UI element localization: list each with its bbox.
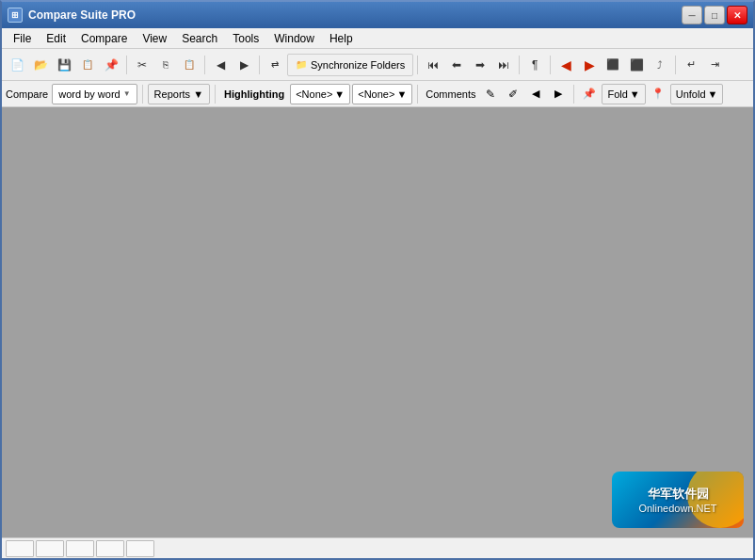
copy-button[interactable]: ⎘: [154, 54, 177, 76]
sep2: [204, 56, 205, 74]
window-title: Compare Suite PRO: [28, 8, 682, 22]
save-icon: 💾: [57, 58, 72, 72]
content-area: 华军软件园 Onlinedown.NET: [2, 107, 753, 537]
status-segment-1: [6, 540, 34, 557]
unfold-button[interactable]: Unfold ▼: [670, 84, 724, 104]
main-window: ⊞ Compare Suite PRO ─ □ ✕ File Edit Comp…: [0, 0, 755, 560]
sep6: [550, 56, 551, 74]
diff-export-icon: ⤴: [657, 59, 663, 71]
maximize-button[interactable]: □: [704, 6, 725, 24]
new-icon: 📄: [10, 58, 24, 72]
menu-edit[interactable]: Edit: [39, 30, 73, 47]
watermark-text1: 华军软件园: [648, 486, 709, 503]
merge-both-button[interactable]: ⬛: [602, 54, 624, 76]
sync-folders-label: Synchronize Folders: [311, 59, 405, 71]
sync-folders-button[interactable]: 📁 Synchronize Folders: [287, 54, 413, 76]
action1-button[interactable]: ↵: [680, 54, 702, 76]
menu-file[interactable]: File: [6, 30, 39, 47]
watermark-text2: Onlinedown.NET: [638, 503, 716, 514]
next-button[interactable]: ▶: [233, 54, 255, 76]
open-icon: 📂: [34, 58, 48, 72]
pilcrow-button[interactable]: ¶: [523, 54, 546, 76]
fold-label: Fold: [607, 88, 627, 100]
first-diff-button[interactable]: ⏮: [422, 54, 444, 76]
action2-button[interactable]: ⇥: [703, 54, 726, 76]
menu-compare[interactable]: Compare: [73, 30, 135, 47]
merge-left-button[interactable]: ◀: [554, 54, 577, 76]
sep5: [519, 56, 520, 74]
sep11: [573, 85, 574, 104]
sep9: [215, 85, 216, 104]
secondary-toolbar: Compare word by word ▼ Reports ▼ Highlig…: [2, 81, 753, 107]
comments-label: Comments: [426, 88, 475, 100]
status-segment-5: [126, 540, 154, 557]
last-diff-button[interactable]: ⏭: [492, 54, 515, 76]
fold-arrow: ▼: [630, 88, 640, 100]
prev-icon: ◀: [217, 58, 225, 72]
reports-arrow: ▼: [193, 88, 203, 100]
merge-left-icon: ◀: [561, 57, 571, 72]
open-button[interactable]: 📂: [29, 54, 52, 76]
status-segment-4: [96, 540, 124, 557]
compare-mode-dropdown[interactable]: word by word ▼: [52, 84, 137, 104]
action2-icon: ⇥: [711, 58, 719, 71]
close-button[interactable]: ✕: [727, 6, 747, 24]
next-diff-icon: ➡: [475, 58, 485, 72]
menu-tools[interactable]: Tools: [225, 30, 266, 47]
minimize-button[interactable]: ─: [682, 6, 702, 24]
reports-label: Reports: [154, 88, 191, 100]
unfold-arrow: ▼: [708, 88, 718, 100]
none1-value: <None>: [296, 88, 332, 100]
sep4: [417, 56, 418, 74]
main-toolbar: 📄 📂 💾 📋 📌 ✂ ⎘ 📋 ◀ ▶: [2, 49, 753, 81]
none1-dropdown[interactable]: <None> ▼: [290, 84, 350, 104]
comments-edit-button[interactable]: ✐: [503, 84, 523, 104]
title-buttons: ─ □ ✕: [682, 6, 747, 24]
sync-folders-icon-btn[interactable]: ⇄: [264, 54, 286, 76]
app-icon: ⊞: [8, 8, 23, 23]
diff-red-button[interactable]: ⬛: [625, 54, 648, 76]
saveas-button[interactable]: 📋: [76, 54, 99, 76]
fold-icon-button[interactable]: 📌: [579, 84, 600, 104]
last-diff-icon: ⏭: [498, 58, 509, 72]
sync-icon: ⇄: [271, 59, 279, 70]
none2-arrow: ▼: [396, 88, 407, 100]
next-diff-button[interactable]: ➡: [469, 54, 491, 76]
none1-arrow: ▼: [334, 88, 345, 100]
unfold-icon-button[interactable]: 📍: [648, 84, 668, 104]
prev-button[interactable]: ◀: [209, 54, 232, 76]
merge-right-icon: ▶: [585, 57, 595, 72]
comments-nav2-button[interactable]: ▶: [548, 84, 569, 104]
fold-button[interactable]: Fold ▼: [602, 84, 645, 104]
comments-add-icon: ✎: [486, 88, 495, 101]
title-bar: ⊞ Compare Suite PRO ─ □ ✕: [2, 2, 753, 28]
prev-diff-button[interactable]: ⬅: [445, 54, 468, 76]
menu-window[interactable]: Window: [266, 30, 322, 47]
sep8: [142, 85, 143, 104]
menu-search[interactable]: Search: [174, 30, 225, 47]
action1-icon: ↵: [687, 58, 696, 71]
merge-right-button[interactable]: ▶: [578, 54, 601, 76]
menu-bar: File Edit Compare View Search Tools Wind…: [2, 28, 753, 49]
paste-icon: 📋: [184, 59, 195, 70]
status-segment-3: [66, 540, 94, 557]
menu-help[interactable]: Help: [322, 30, 361, 47]
compare-label: Compare: [6, 88, 48, 100]
diff-export-button[interactable]: ⤴: [649, 54, 671, 76]
save-button[interactable]: 💾: [53, 54, 75, 76]
new-button[interactable]: 📄: [6, 54, 28, 76]
reports-button[interactable]: Reports ▼: [148, 84, 210, 104]
unfold-label: Unfold: [676, 88, 706, 100]
menu-view[interactable]: View: [135, 30, 174, 47]
comments-nav1-button[interactable]: ◀: [525, 84, 546, 104]
cut-button[interactable]: ✂: [131, 54, 153, 76]
comments-nav1-icon: ◀: [532, 88, 539, 100]
none2-dropdown[interactable]: <None> ▼: [352, 84, 412, 104]
first-diff-icon: ⏮: [427, 58, 439, 72]
unfold-icon: 📍: [651, 88, 665, 100]
clip-button[interactable]: 📌: [100, 54, 122, 76]
comments-add-button[interactable]: ✎: [480, 84, 501, 104]
paste-button[interactable]: 📋: [178, 54, 201, 76]
diff-red-icon: ⬛: [630, 58, 644, 72]
comments-nav2-icon: ▶: [554, 88, 562, 100]
